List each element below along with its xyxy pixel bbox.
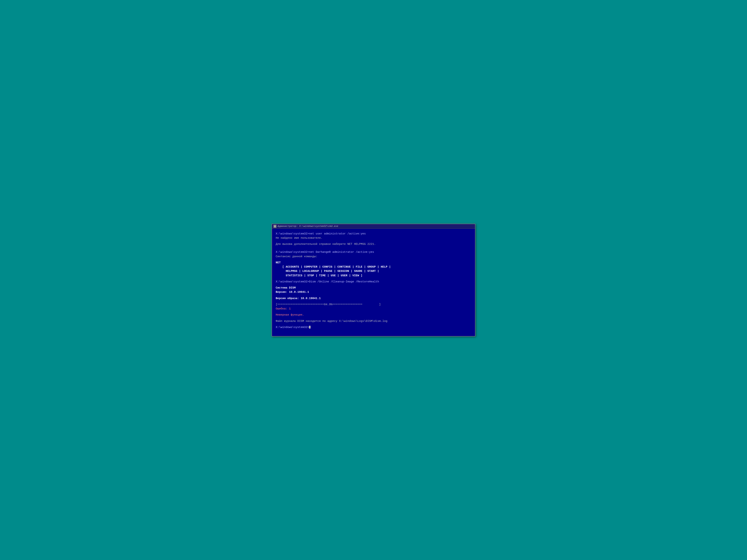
terminal-line: NET xyxy=(276,261,471,265)
terminal-spacer xyxy=(276,278,471,279)
terminal-line: X:\windows\system32>net user administrat… xyxy=(276,232,471,236)
terminal-line: [ ACCOUNTS | COMPUTER | CONFIG | CONTINU… xyxy=(276,265,471,269)
terminal-line: Синтаксис данной команды: xyxy=(276,255,471,259)
terminal-line: Неверная функция. xyxy=(276,313,471,317)
terminal-line: HELPMSG | LOCALGROUP | PAUSE | SESSION |… xyxy=(276,269,471,273)
terminal-line: X:\windows\system32> xyxy=(276,325,471,329)
terminal-spacer xyxy=(276,240,471,242)
terminal-line: Система DISM xyxy=(276,286,471,290)
terminal-spacer xyxy=(276,317,471,319)
terminal-line: Версия образа: 10.0.19041.1 xyxy=(276,296,471,300)
terminal-spacer xyxy=(276,311,471,313)
terminal-line: Файл журнала DISM находится по адресу X:… xyxy=(276,319,471,323)
terminal-spacer xyxy=(276,294,471,296)
terminal-line: X:\windows\system32>Dism /Online /Cleanu… xyxy=(276,279,471,284)
terminal-line: Версия: 10.0.19041.1 xyxy=(276,290,471,294)
terminal-line: Не найдено имя пользователя. xyxy=(276,236,471,240)
title-bar: ▣ Администратор: X:\windows\system32\cmd… xyxy=(272,224,475,229)
window-title: Администратор: X:\windows\system32\cmd.e… xyxy=(278,225,338,228)
terminal-line: STATISTICS | STOP | TIME | USE | USER | … xyxy=(276,273,471,278)
terminal-spacer xyxy=(276,248,471,250)
cursor xyxy=(309,326,310,328)
cmd-icon: ▣ xyxy=(274,225,277,228)
terminal-body[interactable]: X:\windows\system32>net user administrat… xyxy=(272,229,475,336)
terminal-line: Ошибка: 1 xyxy=(276,307,471,311)
terminal-spacer xyxy=(276,246,471,248)
cmd-window: ▣ Администратор: X:\windows\system32\cmd… xyxy=(272,224,475,337)
terminal-spacer xyxy=(276,284,471,286)
terminal-spacer xyxy=(276,300,471,302)
terminal-line: [============================84.9%======… xyxy=(276,302,471,307)
terminal-line: X:\windows\system32>net DarhangeR admini… xyxy=(276,250,471,254)
terminal-spacer xyxy=(276,323,471,325)
terminal-spacer xyxy=(276,259,471,261)
terminal-line: Для вызова дополнительной справки набери… xyxy=(276,242,471,246)
